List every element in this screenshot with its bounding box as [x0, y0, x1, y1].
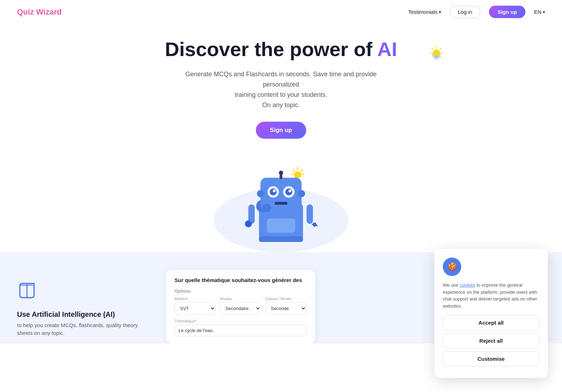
matiere-field: Matière SVT — [175, 297, 216, 315]
classe-label: Classe / Année — [265, 297, 307, 301]
matiere-label: Matière — [175, 297, 216, 301]
theme-label: Thématique* — [175, 319, 307, 323]
book-icon — [17, 281, 152, 305]
cookie-text: We use cookies to improve the general ex… — [443, 282, 539, 309]
svg-point-2 — [433, 49, 440, 56]
login-button[interactable]: Log in — [450, 6, 480, 18]
quiz-card-title: Sur quelle thématique souhaitez-vous gén… — [175, 277, 307, 283]
niveau-label: Niveau — [220, 297, 261, 301]
svg-point-39 — [263, 204, 271, 212]
hero-subtitle: Generate MCQs and Flashcards in seconds.… — [167, 69, 395, 110]
hero-title: Discover the power of AI — [7, 38, 555, 61]
lightbulb-decoration-top — [429, 45, 444, 66]
signup-button-nav[interactable]: Sign up — [489, 6, 525, 18]
quiz-options-row: Matière SVT Niveau Secondaire Classe / A… — [175, 297, 307, 315]
theme-input[interactable] — [175, 325, 307, 336]
hero-section: Discover the power of AI Generate MCQs a… — [0, 24, 562, 252]
robot-svg — [238, 156, 324, 249]
cookie-banner: 🍪 We use cookies to improve the general … — [434, 249, 548, 343]
svg-point-16 — [294, 171, 301, 178]
niveau-select[interactable]: Secondaire — [220, 302, 261, 315]
robot-illustration — [210, 153, 352, 252]
hero-signup-button[interactable]: Sign up — [256, 122, 306, 139]
reject-all-button[interactable]: Reject all — [443, 333, 539, 343]
svg-line-6 — [440, 48, 441, 49]
quiz-options-label: Options — [175, 289, 307, 294]
svg-point-32 — [273, 189, 276, 192]
svg-line-9 — [432, 48, 433, 49]
svg-point-33 — [288, 189, 291, 192]
hero-ai-text: AI — [377, 38, 397, 60]
svg-rect-22 — [307, 204, 313, 224]
lang-selector[interactable]: EN — [534, 9, 545, 15]
logo[interactable]: Quiz Wizard — [17, 7, 62, 17]
bottom-heading: Use Artificial Intelligence (AI) — [17, 310, 152, 319]
svg-rect-34 — [275, 202, 287, 205]
svg-point-36 — [279, 171, 283, 175]
svg-point-38 — [298, 190, 305, 197]
svg-point-31 — [285, 188, 292, 195]
classe-field: Classe / Année Seconde — [265, 297, 307, 315]
bottom-left-content: Use Artificial Intelligence (AI) to help… — [17, 274, 152, 337]
svg-rect-24 — [267, 219, 295, 233]
svg-point-30 — [270, 188, 277, 195]
bottom-subtext: to help you create MCQs, flashcards, qua… — [17, 321, 152, 337]
svg-rect-25 — [259, 236, 303, 242]
cookies-link[interactable]: cookies — [459, 282, 475, 288]
testimonials-link[interactable]: Testimonials — [408, 9, 441, 15]
quiz-card: Sur quelle thématique souhaitez-vous gén… — [166, 270, 315, 343]
svg-point-21 — [246, 222, 250, 226]
svg-line-12 — [301, 170, 303, 171]
niveau-field: Niveau Secondaire — [220, 297, 261, 315]
matiere-select[interactable]: SVT — [175, 302, 216, 315]
nav-right: Testimonials Log in Sign up EN — [408, 6, 545, 18]
svg-line-13 — [293, 170, 295, 171]
accept-all-button[interactable]: Accept all — [443, 315, 539, 330]
svg-rect-3 — [435, 56, 438, 57]
classe-select[interactable]: Seconde — [265, 302, 307, 315]
svg-point-37 — [257, 190, 264, 197]
svg-rect-4 — [435, 57, 437, 58]
navigation: Quiz Wizard Testimonials Log in Sign up … — [0, 0, 562, 24]
cookie-icon: 🍪 — [443, 258, 461, 276]
svg-rect-35 — [280, 174, 282, 179]
